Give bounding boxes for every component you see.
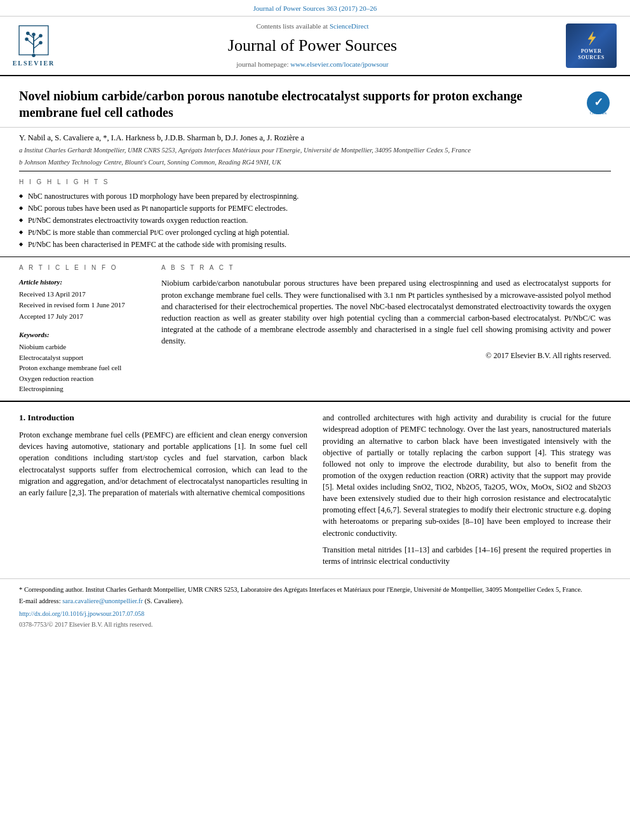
homepage-link[interactable]: www.elsevier.com/locate/jpowsour	[290, 60, 388, 68]
elsevier-tree-icon	[15, 23, 53, 58]
email-line: E-mail address: sara.cavaliere@unontpell…	[19, 597, 611, 606]
article-history-label: Article history:	[19, 277, 146, 287]
homepage-line: journal homepage: www.elsevier.com/locat…	[69, 60, 556, 69]
badge-text: POWER SOURCES	[578, 48, 604, 60]
abstract-col: A B S T R A C T Niobium carbide/carbon n…	[161, 263, 611, 394]
header-section: ELSEVIER Contents lists available at Sci…	[0, 17, 630, 76]
corresponding-author-note: * Corresponding author. Institut Charles…	[19, 585, 611, 595]
doi-link[interactable]: http://dx.doi.org/10.1016/j.jpowsour.201…	[19, 610, 611, 618]
svg-text:CrossMark: CrossMark	[590, 111, 607, 115]
body-col-right: and controlled architectures with high a…	[323, 412, 611, 572]
elsevier-logo-area: ELSEVIER	[5, 22, 62, 69]
svg-marker-12	[588, 32, 596, 45]
journal-citation: Journal of Power Sources 363 (2017) 20–2…	[253, 4, 377, 12]
keyword-4: Oxygen reduction reaction	[19, 374, 146, 383]
authors-section: Y. Nabil a, S. Cavaliere a, *, I.A. Hark…	[0, 128, 630, 171]
badge-sources: SOURCES	[578, 55, 604, 60]
svg-text:✓: ✓	[594, 96, 603, 109]
highlight-item-3: Pt/NbC demonstrates electroactivity towa…	[19, 215, 611, 227]
badge-power: POWER	[581, 48, 602, 54]
footer-section: * Corresponding author. Institut Charles…	[0, 578, 630, 634]
article-title-section: Novel niobium carbide/carbon porous nano…	[0, 76, 630, 128]
body-section: 1. Introduction Proton exchange membrane…	[0, 401, 630, 578]
keyword-1: Niobium carbide	[19, 342, 146, 352]
affiliation-b: b Johnson Matthey Technology Centre, Blo…	[19, 158, 611, 168]
copyright-line: © 2017 Elsevier B.V. All rights reserved…	[161, 350, 611, 361]
contents-line: Contents lists available at ScienceDirec…	[69, 22, 556, 31]
homepage-prefix: journal homepage:	[236, 60, 290, 68]
received-date: Received 13 April 2017	[19, 290, 146, 299]
keyword-3: Proton exchange membrane fuel cell	[19, 363, 146, 373]
email-label: E-mail address:	[19, 597, 61, 604]
svg-point-8	[39, 41, 43, 45]
svg-point-6	[25, 37, 29, 41]
journal-top-bar: Journal of Power Sources 363 (2017) 20–2…	[0, 0, 630, 17]
article-title: Novel niobium carbide/carbon porous nano…	[19, 88, 586, 121]
section-1-heading: 1. Introduction	[19, 412, 307, 424]
highlight-item-5: Pt/NbC has been characterised in PEMFC a…	[19, 239, 611, 251]
article-info-abstract-section: A R T I C L E I N F O Article history: R…	[0, 257, 630, 401]
affiliation-a: a Institut Charles Gerhardt Montpellier,…	[19, 146, 611, 156]
elsevier-wordmark: ELSEVIER	[13, 59, 55, 68]
authors-line: Y. Nabil a, S. Cavaliere a, *, I.A. Hark…	[19, 133, 611, 144]
body-col-left: 1. Introduction Proton exchange membrane…	[19, 412, 307, 572]
abstract-text: Niobium carbide/carbon nanotubular porou…	[161, 277, 611, 347]
contents-prefix: Contents lists available at	[256, 22, 329, 30]
power-icon	[582, 30, 601, 46]
journal-title-main: Journal of Power Sources	[69, 34, 556, 57]
body-paragraph-2: and controlled architectures with high a…	[323, 412, 611, 538]
page-container: Journal of Power Sources 363 (2017) 20–2…	[0, 0, 630, 634]
keywords-label: Keywords:	[19, 330, 146, 340]
sciencedirect-link[interactable]: ScienceDirect	[330, 22, 369, 30]
abstract-label: A B S T R A C T	[161, 263, 611, 272]
highlight-item-2: NbC porous tubes have been used as Pt na…	[19, 203, 611, 215]
article-info-label: A R T I C L E I N F O	[19, 263, 146, 272]
crossmark-badge-icon: ✓ CrossMark	[586, 90, 611, 116]
email-link[interactable]: sara.cavaliere@unontpellier.fr	[62, 597, 143, 604]
keywords-section: Keywords: Niobium carbide Electrocatalys…	[19, 330, 146, 394]
header-center: Contents lists available at ScienceDirec…	[69, 22, 556, 69]
svg-point-7	[39, 34, 43, 38]
highlights-section: H I G H L I G H T S NbC nanostructures w…	[0, 171, 630, 257]
highlights-label: H I G H L I G H T S	[19, 178, 611, 187]
body-paragraph-1: Proton exchange membrane fuel cells (PEM…	[19, 429, 307, 498]
highlight-item-4: Pt/NbC is more stable than commercial Pt…	[19, 227, 611, 239]
power-sources-badge: POWER SOURCES	[566, 23, 617, 68]
email-suffix: (S. Cavaliere).	[145, 597, 184, 604]
highlight-item-1: NbC nanostructures with porous 1D morpho…	[19, 190, 611, 203]
keyword-2: Electrocatalyst support	[19, 353, 146, 363]
section-heading-text: Introduction	[28, 413, 74, 422]
issn-line: 0378-7753/© 2017 Elsevier B.V. All right…	[19, 620, 611, 629]
keyword-5: Electrospinning	[19, 384, 146, 394]
section-number: 1.	[19, 413, 25, 422]
header-right-logo: POWER SOURCES	[563, 22, 620, 69]
body-paragraph-3: Transition metal nitrides [11–13] and ca…	[323, 544, 611, 567]
svg-point-11	[32, 54, 36, 58]
elsevier-logo: ELSEVIER	[13, 23, 55, 68]
svg-point-9	[26, 32, 30, 36]
svg-point-10	[32, 33, 36, 37]
accepted-date: Accepted 17 July 2017	[19, 312, 146, 321]
article-info-col: A R T I C L E I N F O Article history: R…	[19, 263, 146, 394]
revised-date: Received in revised form 1 June 2017	[19, 300, 146, 310]
